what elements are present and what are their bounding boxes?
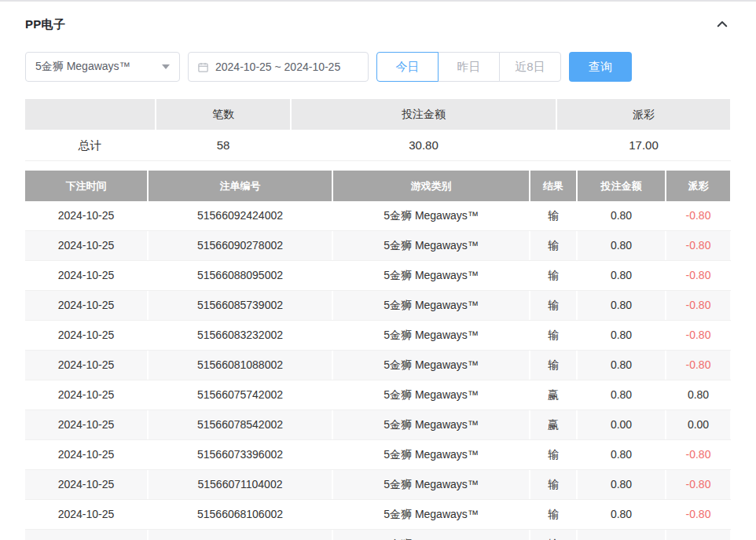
- last-8-days-button[interactable]: 近8日: [499, 52, 561, 82]
- table-row: 2024-10-25 51566073396002 5金狮 Megaways™ …: [25, 440, 731, 470]
- game-select-value: 5金狮 Megaways™: [35, 60, 130, 74]
- summary-header-bet-amount: 投注金额: [292, 99, 556, 130]
- cell-bet-amount: 0.80: [578, 440, 665, 469]
- summary-total-count: 58: [156, 130, 290, 160]
- cell-payout: -0.80: [666, 351, 730, 380]
- cell-bet-id: 51566065838002: [149, 530, 332, 540]
- summary-total-bet-amount: 30.80: [292, 130, 556, 160]
- col-payout: 派彩: [666, 171, 730, 201]
- today-button[interactable]: 今日: [376, 52, 439, 82]
- cell-bet-amount: 0.80: [578, 380, 665, 410]
- cell-result: 输: [530, 201, 576, 230]
- cell-bet-time: 2024-10-25: [25, 291, 147, 320]
- game-select[interactable]: 5金狮 Megaways™: [25, 52, 180, 82]
- cell-game-type: 5金狮 Megaways™: [333, 530, 529, 540]
- col-bet-time: 下注时间: [25, 171, 147, 201]
- bets-table-body: 2024-10-25 51566092424002 5金狮 Megaways™ …: [25, 201, 731, 540]
- summary-total-row: 总计 58 30.80 17.00: [25, 130, 731, 161]
- col-game-type: 游戏类别: [333, 171, 529, 201]
- table-row: 2024-10-25 51566085739002 5金狮 Megaways™ …: [25, 291, 731, 321]
- table-row: 2024-10-25 51566081088002 5金狮 Megaways™ …: [25, 351, 731, 380]
- summary-header-empty: [25, 99, 155, 130]
- cell-bet-id: 51566088095002: [149, 261, 332, 290]
- cell-bet-id: 51566071104002: [149, 470, 332, 499]
- cell-bet-time: 2024-10-25: [25, 321, 147, 350]
- cell-game-type: 5金狮 Megaways™: [333, 380, 529, 410]
- table-row: 2024-10-25 51566068106002 5金狮 Megaways™ …: [25, 500, 731, 530]
- cell-bet-amount: 0.80: [578, 470, 665, 499]
- cell-result: 赢: [530, 380, 576, 410]
- cell-result: 输: [530, 351, 576, 380]
- cell-bet-time: 2024-10-25: [25, 231, 147, 260]
- cell-bet-time: 2024-10-25: [25, 440, 147, 469]
- cell-bet-time: 2024-10-25: [25, 500, 147, 529]
- cell-game-type: 5金狮 Megaways™: [333, 231, 529, 260]
- date-range-value: 2024-10-25 ~ 2024-10-25: [215, 61, 340, 73]
- table-row: 2024-10-25 51566083232002 5金狮 Megaways™ …: [25, 321, 731, 351]
- bets-table: 下注时间 注单编号 游戏类别 结果 投注金额 派彩 2024-10-25 515…: [25, 171, 731, 540]
- cell-bet-amount: 0.80: [578, 321, 665, 350]
- cell-result: 输: [530, 261, 576, 290]
- cell-result: 输: [530, 470, 576, 499]
- cell-game-type: 5金狮 Megaways™: [333, 410, 529, 439]
- cell-result: 输: [530, 530, 576, 540]
- yesterday-button[interactable]: 昨日: [438, 52, 500, 82]
- panel-header: PP电子: [25, 14, 731, 35]
- cell-bet-id: 51566090278002: [149, 231, 332, 260]
- cell-bet-amount: 0.80: [578, 500, 665, 529]
- cell-payout: -0.80: [666, 500, 730, 529]
- cell-game-type: 5金狮 Megaways™: [333, 291, 529, 320]
- cell-payout: -0.80: [666, 530, 730, 540]
- bets-table-header: 下注时间 注单编号 游戏类别 结果 投注金额 派彩: [25, 171, 731, 201]
- cell-result: 输: [530, 231, 576, 260]
- cell-result: 输: [530, 291, 576, 320]
- cell-game-type: 5金狮 Megaways™: [333, 201, 529, 230]
- cell-bet-time: 2024-10-25: [25, 201, 147, 230]
- cell-result: 输: [530, 440, 576, 469]
- cell-payout: -0.80: [666, 321, 730, 350]
- cell-payout: -0.80: [666, 201, 730, 230]
- cell-bet-time: 2024-10-25: [25, 530, 147, 540]
- cell-bet-id: 51566078542002: [149, 410, 332, 439]
- cell-bet-amount: 0.80: [578, 261, 665, 290]
- cell-bet-amount: 0.80: [578, 351, 665, 380]
- cell-game-type: 5金狮 Megaways™: [333, 470, 529, 499]
- search-button[interactable]: 查询: [569, 52, 632, 82]
- summary-total-label: 总计: [25, 130, 155, 160]
- cell-bet-time: 2024-10-25: [25, 351, 147, 380]
- table-row: 2024-10-25 51566088095002 5金狮 Megaways™ …: [25, 261, 731, 291]
- summary-header-payout: 派彩: [557, 99, 730, 130]
- cell-bet-id: 51566081088002: [149, 351, 332, 380]
- col-result: 结果: [530, 171, 576, 201]
- col-bet-id: 注单编号: [149, 171, 332, 201]
- cell-bet-id: 51566075742002: [149, 380, 332, 410]
- cell-result: 输: [530, 321, 576, 350]
- summary-header-row: 笔数 投注金额 派彩: [25, 99, 731, 130]
- pp-electronics-panel: PP电子 5金狮 Megaways™ 2024-10-25 ~ 2024-10-…: [0, 14, 756, 540]
- col-bet-amount: 投注金额: [578, 171, 665, 201]
- cell-result: 输: [530, 500, 576, 529]
- table-row: 2024-10-25 51566075742002 5金狮 Megaways™ …: [25, 380, 731, 410]
- cell-payout: -0.80: [666, 261, 730, 290]
- cell-bet-id: 51566083232002: [149, 321, 332, 350]
- cell-payout: -0.80: [666, 440, 730, 469]
- cell-payout: 0.00: [666, 410, 730, 439]
- collapse-chevron-up-icon[interactable]: [714, 16, 731, 33]
- table-row: 2024-10-25 51566071104002 5金狮 Megaways™ …: [25, 470, 731, 500]
- summary-total-payout: 17.00: [557, 130, 730, 160]
- cell-payout: -0.80: [666, 231, 730, 260]
- date-range-input[interactable]: 2024-10-25 ~ 2024-10-25: [188, 52, 369, 82]
- table-row: 2024-10-25 51566092424002 5金狮 Megaways™ …: [25, 201, 731, 231]
- cell-bet-id: 51566073396002: [149, 440, 332, 469]
- cell-bet-amount: 0.80: [578, 201, 665, 230]
- cell-game-type: 5金狮 Megaways™: [333, 500, 529, 529]
- cell-bet-amount: 0.80: [578, 291, 665, 320]
- table-row: 2024-10-25 51566078542002 5金狮 Megaways™ …: [25, 410, 731, 440]
- chevron-down-icon: [162, 64, 170, 69]
- cell-bet-amount: 0.80: [578, 231, 665, 260]
- table-row: 2024-10-25 51566065838002 5金狮 Megaways™ …: [25, 530, 731, 540]
- cell-bet-amount: 0.80: [578, 530, 665, 540]
- cell-bet-time: 2024-10-25: [25, 410, 147, 439]
- table-row: 2024-10-25 51566090278002 5金狮 Megaways™ …: [25, 231, 731, 261]
- cell-payout: 0.80: [666, 380, 730, 410]
